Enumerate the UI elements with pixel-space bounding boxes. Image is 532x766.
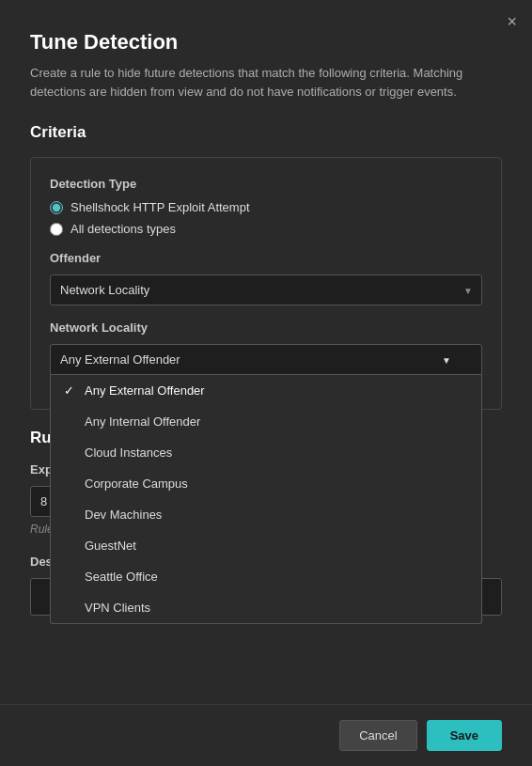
dropdown-item-guestnet[interactable]: GuestNet: [51, 530, 481, 561]
modal-body: Tune Detection Create a rule to hide fut…: [0, 0, 532, 664]
close-button[interactable]: ×: [507, 13, 517, 30]
dropdown-item-vpn[interactable]: VPN Clients: [51, 592, 481, 623]
modal-footer: Cancel Save: [0, 704, 532, 766]
detection-type-label: Detection Type: [50, 177, 482, 191]
offender-group: Offender Network Locality IP Address Hos…: [50, 251, 482, 305]
save-button[interactable]: Save: [427, 720, 502, 751]
radio-specific-detection[interactable]: Shellshock HTTP Exploit Attempt: [50, 200, 482, 214]
radio-all-label: All detections types: [70, 222, 176, 236]
network-locality-group: Network Locality Any External Offender A…: [50, 320, 482, 375]
network-locality-chevron: [442, 352, 451, 367]
dropdown-item-corporate[interactable]: Corporate Campus: [51, 468, 481, 499]
network-locality-dropdown-list: Any External Offender Any Internal Offen…: [50, 375, 482, 624]
radio-specific-input[interactable]: [50, 201, 63, 214]
network-locality-selected: Any External Offender: [60, 352, 180, 367]
criteria-section-title: Criteria: [30, 123, 502, 142]
radio-specific-label: Shellshock HTTP Exploit Attempt: [70, 200, 250, 214]
dropdown-item-any-internal[interactable]: Any Internal Offender: [51, 406, 481, 437]
modal-container: × Tune Detection Create a rule to hide f…: [0, 0, 532, 766]
dropdown-item-dev[interactable]: Dev Machines: [51, 499, 481, 530]
offender-label: Offender: [50, 251, 482, 265]
network-locality-trigger[interactable]: Any External Offender: [50, 344, 482, 375]
detection-type-group: Detection Type Shellshock HTTP Exploit A…: [50, 177, 482, 236]
cancel-button[interactable]: Cancel: [339, 720, 416, 751]
radio-all-input[interactable]: [50, 223, 63, 236]
network-locality-label: Network Locality: [50, 320, 482, 335]
dropdown-item-seattle[interactable]: Seattle Office: [51, 561, 481, 592]
modal-title: Tune Detection: [30, 30, 502, 55]
network-locality-dropdown: Any External Offender Any External Offen…: [50, 344, 482, 375]
dropdown-item-any-external[interactable]: Any External Offender: [51, 375, 481, 406]
radio-all-detections[interactable]: All detections types: [50, 222, 482, 236]
offender-select-wrapper: Network Locality IP Address Hostname: [50, 274, 482, 305]
criteria-box: Detection Type Shellshock HTTP Exploit A…: [30, 157, 502, 410]
modal-description: Create a rule to hide future detections …: [30, 64, 502, 101]
offender-select[interactable]: Network Locality IP Address Hostname: [50, 274, 482, 305]
dropdown-item-cloud[interactable]: Cloud Instances: [51, 437, 481, 468]
